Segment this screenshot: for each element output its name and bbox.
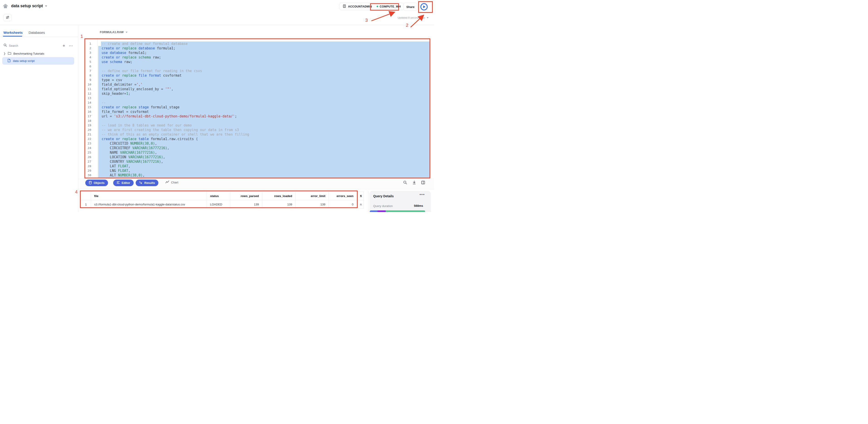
table-cell[interactable]: 139 (296, 200, 329, 208)
code-line[interactable]: 22create or replace table formula1.raw.c… (78, 137, 430, 141)
sql-editor[interactable]: 1-- create and define our formula1 datab… (78, 39, 430, 178)
run-button[interactable] (420, 3, 428, 11)
code-line[interactable]: 2create or replace database formula1; (78, 46, 430, 51)
search-input[interactable]: Search (9, 44, 61, 47)
code-text: -- define our file format for reading in… (102, 69, 202, 73)
warehouse-chip[interactable]: COMPUTE_WH (377, 5, 401, 8)
line-number: 26 (78, 155, 91, 159)
code-text: -- load in the 8 tables we need for our … (102, 123, 192, 128)
line-number: 30 (78, 173, 91, 177)
column-header[interactable]: rows_loaded (262, 192, 296, 200)
code-line[interactable]: 29 LNG FLOAT, (78, 168, 430, 173)
code-line[interactable]: 8create or replace file format csvformat (78, 73, 430, 78)
add-worksheet-button[interactable]: + (61, 43, 67, 48)
share-button[interactable]: Share (403, 3, 417, 11)
sidebar-item-selected-worksheet[interactable]: data setup script (2, 57, 74, 65)
editor-toggle-button[interactable]: Editor (113, 180, 134, 186)
return-arrow-icon (139, 181, 143, 185)
results-table[interactable]: filestatusrows_parsedrows_loadederror_li… (81, 192, 364, 208)
code-line[interactable]: 25 NAME VARCHAR(16777216), (78, 150, 430, 155)
code-text: ALT NUMBER(38,0), (102, 173, 145, 177)
column-header[interactable] (81, 192, 91, 200)
code-line[interactable]: 1-- create and define our formula1 datab… (78, 41, 430, 46)
code-line[interactable]: 17url = 's3://formula1-dbt-cloud-python-… (78, 114, 430, 119)
code-line[interactable]: 19-- load in the 8 tables we need for ou… (78, 123, 430, 128)
filters-button[interactable] (3, 14, 11, 21)
column-header[interactable]: error_limit (296, 192, 329, 200)
code-line[interactable]: 5use schema raw; (78, 60, 430, 64)
query-details-title: Query Details (373, 194, 394, 198)
query-details-menu-button[interactable]: ••• (420, 192, 425, 197)
line-number: 23 (78, 141, 91, 146)
tab-databases[interactable]: Databases (29, 31, 45, 34)
download-icon[interactable] (412, 181, 417, 185)
query-duration-bar (370, 210, 425, 212)
code-line[interactable]: 11field_optionally_enclosed_by = '"', (78, 87, 430, 91)
chevron-down-icon (427, 17, 429, 19)
table-cell[interactable]: n (357, 200, 364, 208)
chart-toggle-button[interactable]: Chart (165, 181, 178, 184)
table-cell[interactable]: s3://formula1-dbt-cloud-python-demo/form… (91, 200, 207, 208)
code-line[interactable]: 15create or replace stage formula1_stage (78, 105, 430, 109)
home-button[interactable] (2, 3, 9, 9)
line-number: 15 (78, 105, 91, 109)
code-text: -- create and define our formula1 databa… (102, 41, 188, 46)
code-line[interactable]: 27 COUNTRY VARCHAR(16777216), (78, 159, 430, 164)
code-line[interactable]: 14-- (78, 100, 430, 105)
line-number: 3 (78, 51, 91, 55)
updated-status[interactable]: Updated 8 seconds ago (398, 16, 429, 19)
column-header[interactable]: status (207, 192, 230, 200)
code-line[interactable]: 26 LOCATION VARCHAR(16777216), (78, 155, 430, 159)
code-line[interactable]: 4create or replace schema raw; (78, 55, 430, 60)
code-line[interactable]: 28 LAT FLOAT, (78, 164, 430, 168)
results-toggle-button[interactable]: Results (136, 180, 158, 186)
database-icon (89, 181, 92, 185)
code-line[interactable]: 16file_format = csvformat (78, 109, 430, 114)
code-line[interactable]: 12skip_header=1; (78, 91, 430, 96)
code-line[interactable]: 18 (78, 119, 430, 123)
code-line[interactable]: 23 CIRCUITID NUMBER(38,0), (78, 141, 430, 146)
session-context-button[interactable]: ACCOUNTADMIN COMPUTE_WH (339, 3, 404, 10)
page-title: data setup script (11, 4, 43, 8)
chevron-right-icon[interactable]: ❯ (3, 52, 6, 55)
line-number: 2 (78, 46, 91, 51)
code-text: LNG FLOAT, (102, 168, 130, 173)
code-line[interactable]: 9type = csv (78, 78, 430, 82)
code-line[interactable]: 6 (78, 64, 430, 69)
split-columns-icon[interactable] (421, 181, 426, 185)
schema-context-selector[interactable]: FORMULA1.RAW (100, 31, 127, 34)
more-options-button[interactable]: ⋯ (67, 43, 75, 48)
results-label: Results (144, 181, 155, 185)
search-icon[interactable] (3, 43, 7, 48)
code-line[interactable]: 24 CIRCUITREF VARCHAR(16777216), (78, 146, 430, 150)
table-cell[interactable]: 0 (329, 200, 357, 208)
column-header[interactable]: rows_parsed (230, 192, 262, 200)
table-cell[interactable]: 139 (230, 200, 262, 208)
table-cell[interactable]: LOADED (207, 200, 230, 208)
code-line[interactable]: 21-- think of this as an empty container… (78, 132, 430, 137)
code-line[interactable]: 20-- we are first creating the table the… (78, 128, 430, 132)
sidebar-item-folder[interactable]: ❯ Benchmarking Tutorials (0, 50, 78, 57)
tab-worksheets[interactable]: Worksheets (3, 31, 23, 34)
line-number: 19 (78, 123, 91, 128)
column-header[interactable]: fi (357, 192, 364, 200)
updated-label: Updated 8 seconds ago (398, 16, 425, 19)
table-cell[interactable]: 1 (81, 200, 91, 208)
code-line[interactable]: 13 (78, 96, 430, 100)
table-cell[interactable]: 139 (262, 200, 296, 208)
column-header[interactable]: errors_seen (329, 192, 357, 200)
code-line[interactable]: 30 ALT NUMBER(38,0), (78, 173, 430, 177)
code-line[interactable]: 7-- define our file format for reading i… (78, 69, 430, 73)
warehouse-label: COMPUTE_WH (380, 5, 401, 8)
column-header[interactable]: file (91, 192, 207, 200)
worksheet-title-group[interactable]: data setup script (11, 4, 47, 8)
objects-toggle-button[interactable]: Objects (85, 180, 108, 186)
role-label: ACCOUNTADMIN (348, 5, 372, 8)
table-row[interactable]: 1s3://formula1-dbt-cloud-python-demo/for… (81, 200, 364, 208)
code-line[interactable]: 10field_delimiter =',' (78, 82, 430, 87)
code-line[interactable]: 3use database formula1; (78, 51, 430, 55)
sliders-icon (6, 15, 9, 20)
search-results-icon[interactable] (403, 181, 408, 185)
duration-bar-segment (370, 210, 377, 212)
selection-highlight (98, 96, 430, 100)
